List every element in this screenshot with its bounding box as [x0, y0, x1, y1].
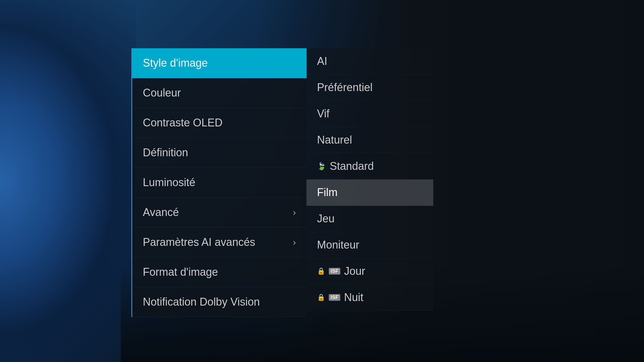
leaf-icon: 🍃 [317, 162, 326, 170]
option-label-standard: Standard [330, 160, 374, 173]
lock-icon: 🔒 [317, 294, 325, 301]
menu-item-format-image[interactable]: Format d'image [132, 257, 306, 287]
menu-item-avance[interactable]: Avancé› [132, 198, 306, 227]
option-label-ai: AI [317, 55, 327, 68]
option-item-standard[interactable]: 🍃Standard [306, 153, 433, 179]
menu-item-label-parametres-ai: Paramètres AI avancés [143, 236, 255, 249]
lock-icon: 🔒 [317, 267, 325, 275]
menu-item-parametres-ai[interactable]: Paramètres AI avancés› [132, 227, 306, 257]
menu-item-definition[interactable]: Définition [132, 138, 306, 168]
section-label [124, 177, 130, 189]
option-label-naturel: Naturel [317, 134, 352, 146]
chevron-icon: › [293, 207, 296, 218]
option-item-nuit[interactable]: 🔒ISFNuit [306, 284, 433, 311]
right-panel: AIPréférentielVifNaturel🍃StandardFilmJeu… [306, 48, 433, 311]
option-item-film[interactable]: Film [306, 179, 433, 206]
option-item-jour[interactable]: 🔒ISFJour [306, 258, 433, 284]
menu-item-contraste-oled[interactable]: Contraste OLED [132, 108, 306, 138]
option-label-jour: Jour [344, 265, 365, 278]
chevron-icon: › [293, 237, 296, 247]
option-label-moniteur: Moniteur [317, 239, 359, 251]
isf-badge: ISF [329, 268, 340, 275]
menu-item-label-couleur: Couleur [143, 87, 181, 99]
option-item-moniteur[interactable]: Moniteur [306, 232, 433, 258]
menu-item-couleur[interactable]: Couleur [132, 78, 306, 108]
option-item-naturel[interactable]: Naturel [306, 127, 433, 153]
option-label-preferentiel: Préférentiel [317, 81, 373, 94]
option-item-vif[interactable]: Vif [306, 101, 433, 127]
menu-item-style-image[interactable]: Style d'image [132, 48, 306, 78]
menu-item-label-notification-dolby: Notification Dolby Vision [143, 296, 260, 308]
background-glow [0, 0, 136, 362]
menu-item-label-definition: Définition [143, 146, 188, 159]
menu-item-label-avance: Avancé [143, 206, 179, 219]
menu-item-label-format-image: Format d'image [143, 266, 218, 278]
option-item-jeu[interactable]: Jeu [306, 206, 433, 232]
option-label-jeu: Jeu [317, 212, 335, 225]
option-label-film: Film [317, 186, 338, 199]
left-menu: Style d'imageCouleurContraste OLEDDéfini… [131, 48, 306, 317]
menu-item-label-contraste-oled: Contraste OLED [143, 116, 223, 129]
option-item-preferentiel[interactable]: Préférentiel [306, 75, 433, 101]
option-item-ai[interactable]: AI [306, 48, 433, 75]
menu-item-luminosite[interactable]: Luminosité [132, 168, 306, 198]
option-label-nuit: Nuit [344, 291, 363, 304]
menu-item-notification-dolby[interactable]: Notification Dolby Vision [132, 287, 306, 317]
menu-item-label-style-image: Style d'image [143, 57, 208, 69]
menu-item-label-luminosite: Luminosité [143, 176, 195, 189]
option-label-vif: Vif [317, 107, 329, 120]
isf-badge: ISF [329, 294, 340, 301]
menu-area: Style d'imageCouleurContraste OLEDDéfini… [124, 48, 433, 317]
